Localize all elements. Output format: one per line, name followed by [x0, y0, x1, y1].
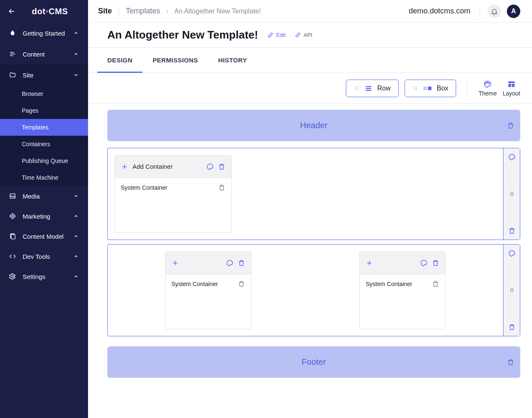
column-card[interactable]: System Container	[165, 251, 252, 329]
svg-point-16	[414, 89, 415, 90]
brand-logo[interactable]: dot•CMS	[32, 7, 68, 16]
svg-rect-25	[512, 84, 515, 87]
sidebar-section-marketing[interactable]: Marketing	[0, 206, 88, 226]
grip-icon[interactable]	[509, 287, 515, 293]
palette-icon[interactable]	[206, 163, 214, 170]
svg-point-35	[512, 290, 513, 291]
sidebar-section-site[interactable]: Site	[0, 65, 88, 85]
trash-icon[interactable]	[507, 359, 514, 366]
svg-rect-18	[423, 86, 427, 90]
lines-icon	[8, 50, 17, 58]
layout-button[interactable]: Layout	[503, 80, 520, 97]
trash-icon[interactable]	[507, 122, 514, 129]
svg-point-36	[510, 291, 511, 292]
svg-point-9	[357, 88, 358, 88]
sidebar-section-content[interactable]: Content	[0, 44, 88, 65]
back-arrow-icon[interactable]	[8, 7, 16, 15]
trash-icon[interactable]	[432, 280, 439, 288]
tab-history[interactable]: HISTORY	[218, 48, 247, 72]
breadcrumb-site[interactable]: Site	[98, 7, 112, 15]
trash-icon[interactable]	[238, 259, 245, 267]
svg-point-7	[357, 86, 358, 87]
svg-rect-4	[11, 235, 15, 239]
sidebar-item-publishing-queue[interactable]: Publishing Queue	[0, 152, 88, 169]
sidebar-label: Getting Started	[23, 30, 66, 37]
sidebar-section-getting-started[interactable]: Getting Started	[0, 23, 88, 44]
trash-icon[interactable]	[432, 259, 439, 267]
tab-permissions[interactable]: PERMISSIONS	[153, 48, 198, 72]
sidebar-item-browser[interactable]: Browser	[0, 85, 88, 102]
svg-point-6	[355, 86, 356, 87]
trash-icon[interactable]	[238, 280, 245, 288]
trash-icon[interactable]	[508, 323, 516, 331]
chevron-up-icon	[72, 29, 80, 37]
palette-icon[interactable]	[420, 259, 428, 267]
svg-point-30	[510, 195, 511, 196]
api-button[interactable]: API	[295, 32, 312, 38]
target-icon	[8, 212, 17, 220]
host-label[interactable]: demo.dotcms.com	[409, 7, 470, 15]
column-card[interactable]: System Container	[359, 251, 446, 329]
svg-point-33	[512, 288, 513, 289]
chevron-up-icon	[72, 253, 80, 260]
sidebar-label: Settings	[23, 273, 66, 280]
container-item[interactable]: System Container	[166, 274, 251, 294]
breadcrumb-current: An Altogether New Template!	[174, 8, 261, 15]
page-title: An Altogether New Template!	[107, 28, 258, 41]
notifications-button[interactable]	[488, 5, 501, 18]
svg-point-8	[355, 88, 356, 88]
svg-point-31	[512, 195, 513, 196]
sidebar-label: Site	[23, 72, 66, 79]
svg-rect-24	[508, 84, 511, 87]
sidebar-item-containers[interactable]: Containers	[0, 136, 88, 152]
palette-icon[interactable]	[508, 250, 516, 257]
sidebar-item-templates[interactable]: Templates	[0, 119, 88, 136]
sidebar-section-dev-tools[interactable]: Dev Tools	[0, 246, 88, 266]
svg-point-20	[485, 83, 486, 84]
sidebar-label: Media	[23, 193, 66, 200]
layout-row: System Container	[107, 244, 520, 336]
chevron-up-icon	[72, 192, 80, 200]
box-icon	[423, 85, 432, 91]
draggable-box[interactable]: Box	[405, 80, 457, 97]
column-card[interactable]: Add Container System Container	[114, 155, 232, 233]
sidebar-section-media[interactable]: Media	[0, 186, 88, 206]
plus-icon[interactable]	[171, 259, 179, 267]
draggable-row[interactable]: Row	[346, 80, 399, 97]
trash-icon[interactable]	[218, 163, 226, 170]
chevron-right-icon: ›	[166, 7, 169, 15]
svg-point-22	[488, 83, 489, 83]
sidebar-section-settings[interactable]: Settings	[0, 266, 88, 286]
svg-point-13	[416, 86, 417, 87]
footer-region[interactable]: Footer	[107, 346, 520, 378]
sidebar: dot•CMS Getting Started Content Site	[0, 0, 88, 418]
avatar[interactable]: A	[507, 5, 520, 18]
palette-icon[interactable]	[508, 153, 516, 161]
gear-icon	[8, 272, 17, 281]
container-item[interactable]: System Container	[115, 178, 231, 197]
sidebar-item-pages[interactable]: Pages	[0, 102, 88, 119]
container-item[interactable]: System Container	[360, 274, 445, 294]
svg-point-12	[414, 86, 415, 87]
trash-icon[interactable]	[218, 184, 226, 191]
svg-point-14	[414, 88, 415, 88]
svg-point-28	[510, 194, 511, 194]
trash-icon[interactable]	[508, 227, 516, 235]
theme-button[interactable]: Theme	[478, 80, 497, 97]
grip-icon[interactable]	[509, 191, 515, 197]
sidebar-label: Content	[23, 51, 66, 58]
breadcrumb-templates[interactable]: Templates	[126, 7, 160, 15]
svg-point-5	[12, 276, 13, 277]
folder-icon	[8, 71, 17, 79]
plus-icon[interactable]	[366, 259, 373, 267]
sidebar-item-time-machine[interactable]: Time Machine	[0, 169, 88, 186]
header-region[interactable]: Header	[107, 110, 520, 141]
tab-design[interactable]: DESIGN	[107, 48, 132, 72]
edit-button[interactable]: Edit	[267, 32, 285, 38]
sidebar-section-content-model[interactable]: Content Model	[0, 226, 88, 246]
svg-point-26	[510, 192, 511, 193]
svg-point-21	[487, 82, 488, 83]
plus-icon[interactable]	[121, 163, 128, 170]
add-container-label: Add Container	[132, 163, 173, 170]
palette-icon[interactable]	[226, 259, 234, 267]
